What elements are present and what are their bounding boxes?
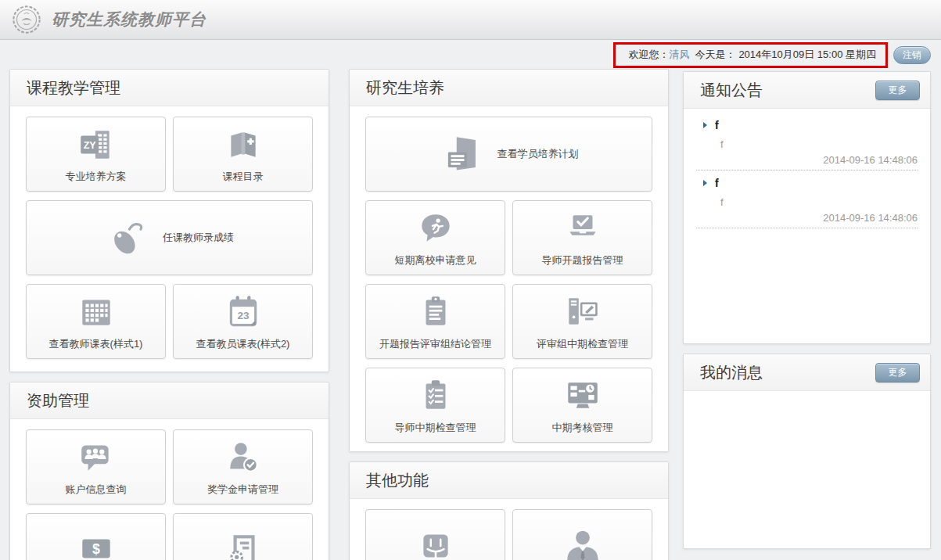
bullet-triangle-icon <box>703 122 707 128</box>
section-title: 通知公告 <box>700 80 763 101</box>
function-card[interactable]: 23查看教员课表(样式2) <box>173 284 313 359</box>
panel-body <box>350 499 668 560</box>
card-label: 查看教师课表(样式1) <box>49 337 143 351</box>
chat-runner-icon <box>416 209 455 248</box>
svg-text:23: 23 <box>237 310 250 321</box>
panel-body <box>684 391 930 395</box>
function-card[interactable]: 中期考核管理 <box>512 368 652 443</box>
notice-title-row: f <box>696 119 918 131</box>
notice-item[interactable]: ff2014-09-16 14:48:06 <box>696 171 918 228</box>
documents-icon <box>440 131 485 177</box>
laptop-check-icon <box>563 209 602 248</box>
card-label: 任课教师录成绩 <box>163 231 234 245</box>
page: 研究生系统教师平台 欢迎您：清风今天是：2014年10月09日 15:00 星期… <box>0 0 941 40</box>
function-card[interactable] <box>173 513 313 560</box>
messages-more-button[interactable]: 更多 <box>875 363 920 382</box>
card-label: 课程目录 <box>223 170 264 184</box>
clipboard-check-icon <box>416 376 455 415</box>
logout-button[interactable]: 注销 <box>893 46 931 64</box>
left-column: 课程教学管理ZY专业培养方案课程目录任课教师录成绩查看教师课表(样式1)23查看… <box>9 69 329 560</box>
function-card[interactable]: 任课教师录成绩 <box>26 200 313 275</box>
monitor-clock-icon <box>563 376 602 415</box>
username-link[interactable]: 清风 <box>669 48 689 62</box>
notice-preview: f <box>720 196 918 208</box>
function-card[interactable]: 评审组中期检查管理 <box>512 284 652 359</box>
panel-other-functions: 其他功能 <box>349 461 669 560</box>
function-card[interactable]: 导师中期检查管理 <box>365 368 505 443</box>
notice-preview: f <box>720 138 918 150</box>
panel-header: 资助管理 <box>10 382 329 419</box>
section-title: 研究生培养 <box>366 77 444 99</box>
panel-notices: 通知公告更多ff2014-09-16 14:48:06ff2014-09-16 … <box>683 71 931 344</box>
function-card[interactable] <box>512 509 652 560</box>
panel-body: 账户信息查询奖学金申请管理$ <box>10 419 329 560</box>
function-card[interactable]: 导师开题报告管理 <box>512 200 652 275</box>
notice-datetime: 2014-09-16 14:48:06 <box>696 154 918 166</box>
face-screen-icon <box>416 527 455 560</box>
function-card[interactable]: 查看学员培养计划 <box>365 117 652 192</box>
panel-graduate-cultivation: 研究生培养查看学员培养计划短期离校申请意见导师开题报告管理开题报告评审组结论管理… <box>349 69 669 452</box>
panel-header: 其他功能 <box>350 462 668 499</box>
function-card[interactable]: ZY专业培养方案 <box>26 117 166 192</box>
function-card[interactable]: 账户信息查询 <box>26 429 166 504</box>
function-card[interactable]: 短期离校申请意见 <box>365 200 505 275</box>
panel-body: ZY专业培养方案课程目录任课教师录成绩查看教师课表(样式1)23查看教员课表(样… <box>10 106 329 372</box>
panel-course-teaching: 课程教学管理ZY专业培养方案课程目录任课教师录成绩查看教师课表(样式1)23查看… <box>9 69 329 372</box>
calendar-grid-icon <box>77 293 116 332</box>
calendar-23-icon: 23 <box>224 293 263 332</box>
panel-header: 课程教学管理 <box>10 70 329 106</box>
card-label: 中期考核管理 <box>552 421 613 435</box>
card-label: 评审组中期检查管理 <box>537 337 628 351</box>
mouse-icon <box>105 215 150 260</box>
right-column: 通知公告更多ff2014-09-16 14:48:06ff2014-09-16 … <box>683 71 931 558</box>
notice-title-row: f <box>696 177 918 189</box>
section-title: 课程教学管理 <box>27 77 120 99</box>
function-card[interactable]: 奖学金申请管理 <box>173 429 313 504</box>
notice-title: f <box>715 177 719 189</box>
current-datetime: 2014年10月09日 15:00 星期四 <box>738 48 876 62</box>
greeting-label: 欢迎您： <box>628 48 669 62</box>
notice-item[interactable]: ff2014-09-16 14:48:06 <box>696 113 918 171</box>
panel-messages: 我的消息更多 <box>683 354 931 549</box>
zy-document-icon: ZY <box>77 125 116 164</box>
person-check-icon <box>224 438 263 477</box>
panel-header: 通知公告更多 <box>684 72 930 109</box>
section-title: 我的消息 <box>700 362 763 383</box>
app-title: 研究生系统教师平台 <box>52 9 207 31</box>
function-card[interactable] <box>365 509 505 560</box>
function-card[interactable]: 查看教师课表(样式1) <box>26 284 166 359</box>
card-label: 查看学员培养计划 <box>497 147 579 161</box>
people-chat-icon <box>77 438 116 477</box>
panel-funding: 资助管理账户信息查询奖学金申请管理$ <box>9 382 329 560</box>
business-person-icon <box>563 527 602 560</box>
panel-body: 查看学员培养计划短期离校申请意见导师开题报告管理开题报告评审组结论管理评审组中期… <box>350 106 668 452</box>
document-gear-icon <box>224 531 263 560</box>
section-title: 其他功能 <box>366 470 429 491</box>
function-card[interactable]: 课程目录 <box>173 117 313 192</box>
card-label: 账户信息查询 <box>66 483 127 497</box>
monitor-dollar-icon: $ <box>77 531 116 560</box>
notices-more-button[interactable]: 更多 <box>875 81 920 100</box>
card-label: 短期离校申请意见 <box>395 253 476 267</box>
computer-pen-icon <box>563 293 602 332</box>
university-seal-icon <box>11 4 42 35</box>
card-label: 查看教员课表(样式2) <box>196 337 290 351</box>
panel-header: 我的消息更多 <box>684 354 930 391</box>
card-label: 导师中期检查管理 <box>395 421 476 435</box>
bullet-triangle-icon <box>703 180 707 186</box>
welcome-bar: 欢迎您：清风今天是：2014年10月09日 15:00 星期四 注销 <box>613 42 931 68</box>
panel-header: 研究生培养 <box>350 70 668 106</box>
function-card[interactable]: 开题报告评审组结论管理 <box>365 284 505 359</box>
card-label: 导师开题报告管理 <box>542 253 623 267</box>
svg-text:ZY: ZY <box>83 140 96 151</box>
function-card[interactable]: $ <box>26 513 166 560</box>
notice-title: f <box>715 119 719 131</box>
card-label: 开题报告评审组结论管理 <box>379 337 491 351</box>
today-label: 今天是： <box>695 48 735 62</box>
panel-body: ff2014-09-16 14:48:06ff2014-09-16 14:48:… <box>684 109 930 228</box>
middle-column: 研究生培养查看学员培养计划短期离校申请意见导师开题报告管理开题报告评审组结论管理… <box>349 69 669 560</box>
clipboard-icon <box>416 293 455 332</box>
notice-datetime: 2014-09-16 14:48:06 <box>696 212 918 224</box>
welcome-highlight-box: 欢迎您：清风今天是：2014年10月09日 15:00 星期四 <box>613 42 888 68</box>
section-title: 资助管理 <box>27 390 89 411</box>
